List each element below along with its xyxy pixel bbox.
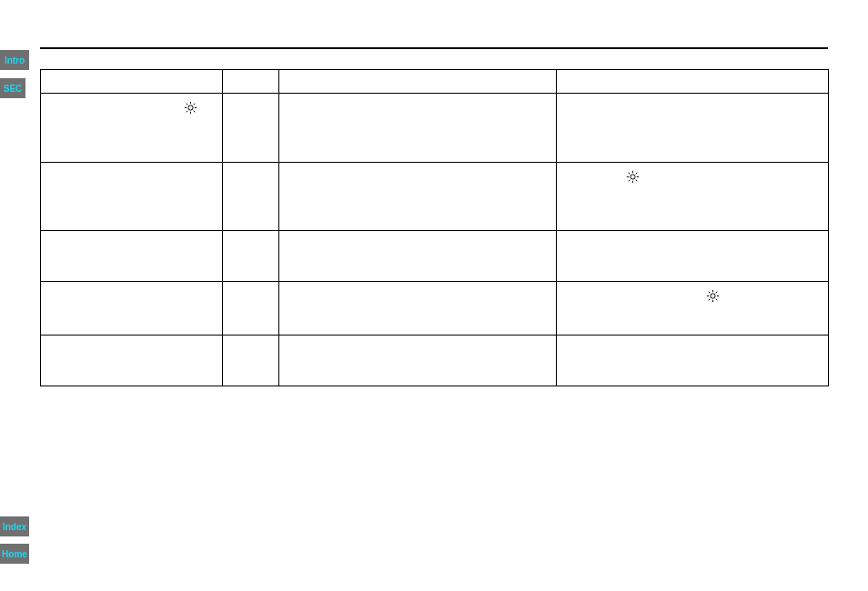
flash-modes-table: Mode Def. Description Operation Auto Nig… [40,69,829,386]
svg-line-8 [194,104,196,105]
svg-line-16 [629,180,631,182]
mode-label: Fill with night scene long exposure [50,289,203,304]
nav-sec[interactable]: SEC [0,78,25,98]
cell-def: — [223,335,279,386]
cell-operation: Select this setting. Press Shutter butto… [557,94,829,163]
th-mode: Mode [41,70,223,94]
cell-mode: Fill with night scene long exposure [41,281,223,335]
svg-line-24 [716,299,718,301]
svg-line-14 [629,173,631,175]
cell-description: Flash fires regardless of lighting condi… [279,230,557,281]
nav-intro-label: Intro [5,55,25,65]
cell-operation: In Fill mode, turn on Auto Night . Press… [557,281,829,335]
nav-index[interactable]: Index [0,516,29,536]
svg-point-0 [188,105,193,110]
sun-moon-icon [184,101,213,115]
table-row: Fill — Flash fires regardless of lightin… [41,230,829,281]
cell-description: Flash fires regardless of lighting condi… [279,281,557,335]
mode-label: Auto Night [132,101,178,115]
table-row: Fill with night scene long exposure — Fl… [41,281,829,335]
cell-description: Flash is off. [279,335,557,386]
table-row: Night scene long exposure — Camera uses … [41,163,829,231]
cell-description: Camera uses long exposure. [279,163,557,231]
svg-line-26 [716,292,718,294]
mode-label: Night scene long exposure [50,170,168,185]
mode-label: Off [50,343,63,357]
nav-intro[interactable]: Intro [0,50,29,70]
cell-operation: In Auto Night mode, press Shutter button… [557,163,829,231]
nav-home[interactable]: Home [0,544,29,564]
cell-def: — [223,281,279,335]
cell-operation: Select this setting. Press Shutter butto… [557,335,829,386]
cell-def: On [223,94,279,163]
table-header-row: Mode Def. Description Operation [41,70,829,94]
nav-index-label: Index [3,522,26,532]
svg-line-6 [194,111,196,113]
content-area: Mode Def. Description Operation Auto Nig… [40,47,828,386]
nav-sec-label: SEC [4,84,23,94]
svg-line-15 [636,180,638,182]
th-description: Description [279,70,557,94]
svg-line-23 [709,292,711,294]
cell-mode: Fill [41,230,223,281]
sun-moon-icon [626,170,655,184]
svg-line-17 [636,173,638,175]
cell-mode: Off [41,335,223,386]
cell-def: — [223,230,279,281]
svg-line-25 [709,299,711,301]
table-row: Auto Night On Camera senses lighting con… [41,94,829,163]
th-operation: Operation [557,70,829,94]
th-def: Def. [223,70,279,94]
table-row: Off — Flash is off. Select this setting.… [41,335,829,386]
nav-home-label: Home [2,549,27,559]
cell-mode: Night scene long exposure [41,163,223,231]
cell-mode: Auto Night [41,94,223,163]
svg-point-9 [631,175,635,179]
svg-point-18 [711,294,715,298]
top-rule [40,47,828,49]
mode-label: Fill [50,238,63,253]
cell-description: Camera senses lighting conditions and us… [279,94,557,163]
svg-line-7 [187,111,188,113]
cell-operation: Select this setting. Press Shutter butto… [557,230,829,281]
cell-def: — [223,163,279,231]
sun-moon-icon [706,289,759,303]
svg-line-5 [187,104,188,105]
